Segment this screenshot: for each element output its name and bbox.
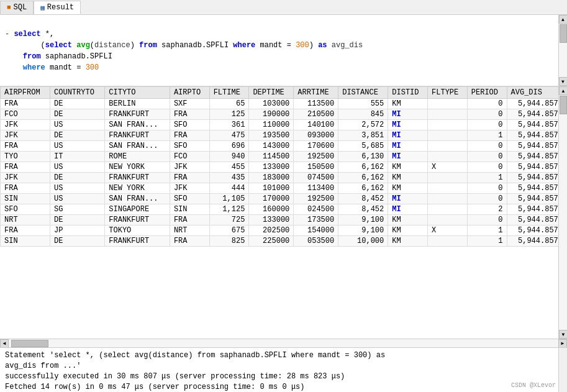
table-cell: 0 [467,183,507,194]
table-cell [428,130,468,141]
table-cell: KM [388,236,428,247]
header-row: AIRPFROM COUNTRYTO CITYTO AIRPTO FLTIME … [1,87,567,99]
table-cell: US [50,120,105,130]
table-cell: DE [50,173,105,183]
table-cell: 114500 [249,152,294,162]
table-cell: 361 [209,120,249,130]
table-row: JFKUSSAN FRAN...SFO3611100001401002,572M… [1,120,567,130]
table-cell: 192500 [294,152,338,162]
table-scroll-up[interactable]: ▲ [559,86,567,95]
table-cell: 053500 [294,236,338,247]
tab-sql[interactable]: ■ SQL [0,1,34,14]
table-cell: 225000 [249,236,294,247]
table-cell: MI [388,120,428,130]
table-cell: FRA [170,109,209,120]
table-cell: MI [388,194,428,204]
table-cell: FRA [1,162,50,173]
table-cell: 160000 [249,204,294,215]
sql-panel: - select *, (select avg(distance) from s… [0,15,567,86]
status-line1: Statement 'select *, (select avg(distanc… [5,350,562,361]
table-cell: 113500 [294,99,338,109]
h-scroll-thumb[interactable] [11,340,48,347]
table-cell: 1 [467,173,507,183]
table-cell [428,236,468,247]
table-cell: 0 [467,109,507,120]
table-cell: 170600 [294,141,338,152]
table-cell: DE [50,109,105,120]
result-table: AIRPFROM COUNTRYTO CITYTO AIRPTO FLTIME … [0,86,567,247]
table-cell: JFK [1,173,50,183]
table-cell: KM [388,215,428,226]
table-cell: 173500 [294,215,338,226]
table-cell: SXF [170,99,209,109]
table-cell: US [50,141,105,152]
table-scroll-down[interactable]: ▼ [559,330,567,339]
table-cell: KM [388,162,428,173]
sql-vertical-scrollbar[interactable]: ▲ ▼ [558,15,567,86]
table-cell: FRA [170,215,209,226]
table-cell: 6,130 [338,152,388,162]
sql-icon: ■ [7,4,11,11]
sql-editor[interactable]: - select *, (select avg(distance) from s… [0,15,567,76]
table-cell: 143000 [249,141,294,152]
table-cell: 110000 [249,120,294,130]
table-cell: MI [388,109,428,120]
table-cell: SINGAPORE [105,204,170,215]
table-cell [428,152,468,162]
result-panel: AIRPFROM COUNTRYTO CITYTO AIRPTO FLTIME … [0,86,567,347]
table-cell: FRA [1,183,50,194]
table-cell: 024500 [294,204,338,215]
status-line2: avg_dis from ...' [5,361,562,371]
table-cell: FRA [170,236,209,247]
table-cell: 9,100 [338,215,388,226]
table-scroll-thumb[interactable] [560,96,567,114]
table-cell: 1,105 [209,194,249,204]
table-cell: X [428,226,468,236]
table-cell: NEW YORK [105,162,170,173]
scroll-up-arrow[interactable]: ▲ [559,15,568,24]
table-cell: SG [50,204,105,215]
table-row: FCODEFRANKFURTFRA125190000210500845MI05,… [1,109,567,120]
table-cell: NRT [170,226,209,236]
table-cell [428,120,468,130]
table-cell: SAN FRAN... [105,141,170,152]
table-cell: SIN [170,204,209,215]
scroll-down-arrow[interactable]: ▼ [559,77,568,86]
table-cell: 0 [467,141,507,152]
table-cell: 0 [467,215,507,226]
table-cell: 1 [467,236,507,247]
table-cell: SAN FRAN... [105,194,170,204]
table-cell: KM [388,226,428,236]
table-cell: KM [388,173,428,183]
table-cell: 65 [209,99,249,109]
horizontal-scrollbar[interactable]: ◀ ▶ [0,339,567,347]
table-vertical-scrollbar[interactable]: ▲ ▼ [558,86,567,339]
table-cell: 103000 [249,99,294,109]
table-cell: 675 [209,226,249,236]
status-scrollbar[interactable] [558,348,567,392]
table-body: FRADEBERLINSXF65103000113500555KM05,944.… [1,99,567,247]
table-cell [428,109,468,120]
table-cell: FRA [1,226,50,236]
table-cell: TOKYO [105,226,170,236]
table-cell: JP [50,226,105,236]
tab-result[interactable]: ▦ Result [34,1,81,14]
table-cell: US [50,194,105,204]
table-cell: MI [388,152,428,162]
table-cell: US [50,183,105,194]
h-scroll-right[interactable]: ▶ [558,339,567,348]
table-cell: 6,162 [338,173,388,183]
table-cell: X [428,162,468,173]
table-cell: 101000 [249,183,294,194]
h-scroll-left[interactable]: ◀ [0,339,9,348]
scroll-thumb[interactable] [560,24,567,43]
table-cell: 2,572 [338,120,388,130]
table-cell: 0 [467,194,507,204]
status-line4: Fetched 14 row(s) in 0 ms 47 μs (server … [5,382,562,392]
table-row: FRADEBERLINSXF65103000113500555KM05,944.… [1,99,567,109]
table-cell: IT [50,152,105,162]
table-row: SFOSGSINGAPORESIN1,1251600000245008,452M… [1,204,567,215]
table-cell: 0 [467,99,507,109]
table-cell: 845 [338,109,388,120]
table-cell [428,204,468,215]
